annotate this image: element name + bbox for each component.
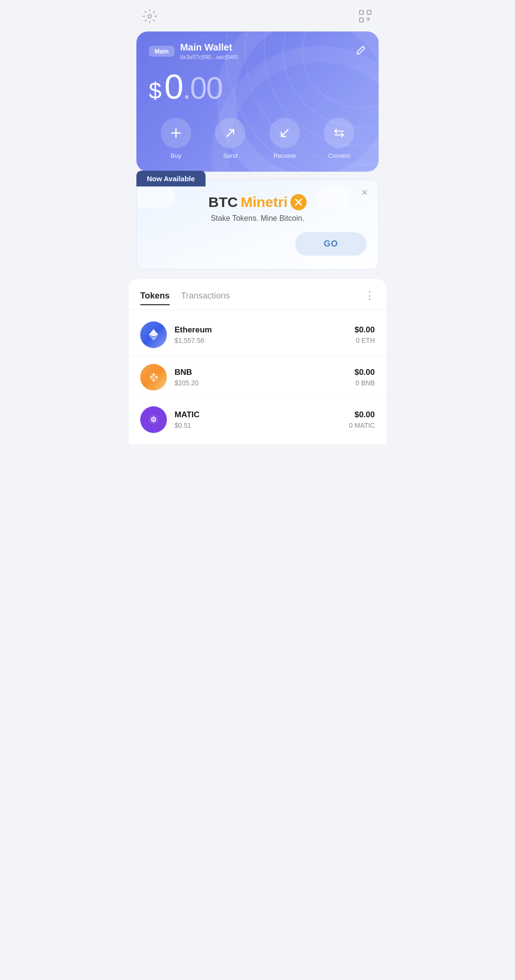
edit-wallet-button[interactable] [356, 45, 366, 58]
wallet-name: Main Wallet [180, 42, 356, 53]
wallet-address: 0x3e57c990...aecf04f0 [180, 54, 356, 61]
token-item-eth[interactable]: Ethereum $1,557.56 $0.00 0 ETH [129, 314, 386, 356]
eth-amount: 0 ETH [354, 337, 375, 344]
promo-title: BTC Minetri [208, 194, 307, 210]
svg-point-0 [148, 15, 152, 18]
eth-info: Ethereum $1,557.56 [175, 325, 347, 344]
buy-action[interactable]: Buy [161, 118, 191, 159]
bnb-balance: $0.00 0 BNB [354, 368, 375, 387]
matic-amount: 0 MATIC [349, 422, 375, 429]
promo-subtitle: Stake Tokens. Mine Bitcoin. [211, 214, 304, 223]
tokens-section: Tokens Transactions ⋮ Ethereum $1,557.56… [129, 279, 386, 444]
send-action[interactable]: Send [215, 118, 246, 159]
token-item-matic[interactable]: MATIC $0.51 $0.00 0 MATIC [129, 399, 386, 441]
eth-name: Ethereum [175, 325, 347, 335]
svg-rect-2 [367, 10, 371, 14]
promo-card: ✕ BTC Minetri Stake Tokens. Mine Bitcoin… [136, 179, 379, 269]
bnb-amount: 0 BNB [354, 379, 375, 387]
send-button[interactable] [215, 118, 246, 148]
promo-container: Now Available ✕ BTC Minetri Stake Tokens… [136, 179, 379, 269]
bnb-name: BNB [175, 368, 347, 377]
bnb-info: BNB $205.20 [175, 368, 347, 387]
matic-info: MATIC $0.51 [175, 410, 341, 429]
eth-balance: $0.00 0 ETH [354, 325, 375, 344]
scan-icon[interactable] [358, 9, 373, 24]
svg-marker-9 [149, 329, 158, 337]
matic-usd: $0.00 [349, 410, 375, 420]
bnb-icon [140, 364, 167, 391]
receive-button[interactable] [269, 118, 300, 148]
convert-button[interactable] [324, 118, 354, 148]
buy-label: Buy [171, 152, 181, 159]
convert-action[interactable]: Convert [324, 118, 354, 159]
tabs-more-button[interactable]: ⋮ [364, 289, 375, 306]
promo-btc-text: BTC [208, 194, 238, 210]
svg-rect-1 [360, 10, 363, 14]
token-list: Ethereum $1,557.56 $0.00 0 ETH BNB $205.… [129, 310, 386, 444]
balance-integer: 0 [165, 67, 183, 106]
eth-price: $1,557.56 [175, 337, 347, 344]
convert-label: Convert [328, 152, 350, 159]
promo-cloud-left [136, 185, 175, 208]
send-label: Send [223, 152, 237, 159]
wallet-title-group: Main Wallet 0x3e57c990...aecf04f0 [180, 42, 356, 61]
receive-label: Receive [274, 152, 296, 159]
token-item-bnb[interactable]: BNB $205.20 $0.00 0 BNB [129, 356, 386, 399]
wallet-balance: $ 0 .00 [149, 67, 366, 106]
buy-button[interactable] [161, 118, 191, 148]
promo-logo-icon [290, 194, 307, 210]
promo-go-button[interactable]: GO [295, 232, 367, 256]
matic-name: MATIC [175, 410, 341, 420]
eth-usd: $0.00 [354, 325, 375, 335]
promo-cloud-right [316, 186, 350, 209]
tab-tokens[interactable]: Tokens [140, 291, 170, 305]
top-bar [129, 0, 386, 29]
tokens-tabs: Tokens Transactions ⋮ [129, 279, 386, 310]
balance-cents: .00 [183, 71, 222, 106]
matic-balance: $0.00 0 MATIC [349, 410, 375, 429]
wallet-badge: Main [149, 46, 175, 57]
now-available-badge: Now Available [136, 171, 206, 186]
tab-transactions[interactable]: Transactions [181, 291, 230, 305]
promo-close-button[interactable]: ✕ [358, 186, 371, 199]
matic-price: $0.51 [175, 422, 341, 429]
receive-action[interactable]: Receive [269, 118, 300, 159]
eth-icon [140, 321, 167, 348]
balance-dollar-sign: $ [149, 78, 161, 104]
bnb-price: $205.20 [175, 379, 347, 387]
bnb-usd: $0.00 [354, 368, 375, 377]
wallet-actions: Buy Send Receive Conver [149, 118, 366, 159]
wallet-card: Main Main Wallet 0x3e57c990...aecf04f0 $… [136, 31, 379, 172]
svg-rect-3 [360, 18, 363, 22]
settings-icon[interactable] [142, 9, 157, 24]
matic-icon [140, 406, 167, 433]
promo-minetrix-text: Minetri [241, 194, 288, 210]
wallet-header: Main Main Wallet 0x3e57c990...aecf04f0 [149, 42, 366, 61]
